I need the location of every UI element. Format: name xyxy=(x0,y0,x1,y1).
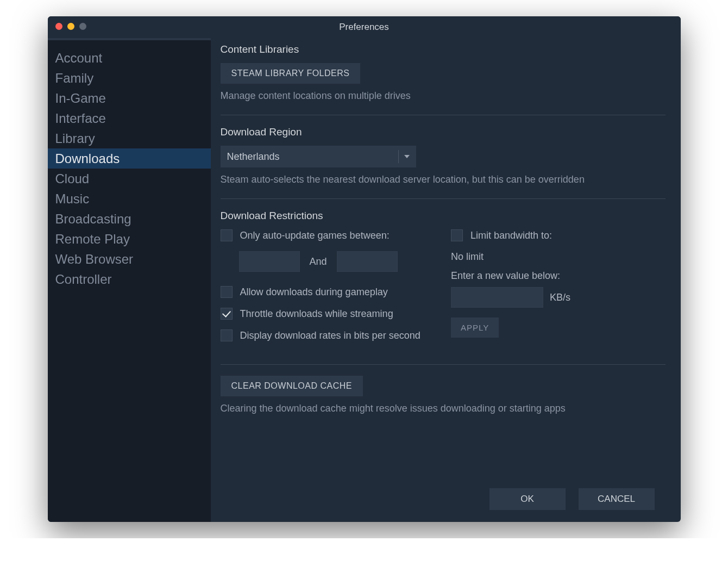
divider xyxy=(221,198,666,199)
apply-button[interactable]: APPLY xyxy=(451,318,499,338)
auto-update-checkbox[interactable] xyxy=(221,229,233,241)
sidebar-item-web-browser[interactable]: Web Browser xyxy=(48,249,211,269)
section-cache: CLEAR DOWNLOAD CACHE Clearing the downlo… xyxy=(221,376,666,427)
display-bits-checkbox[interactable] xyxy=(221,329,233,341)
sidebar: Account Family In-Game Interface Library… xyxy=(48,38,211,522)
cache-help: Clearing the download cache might resolv… xyxy=(221,403,666,414)
download-region-title: Download Region xyxy=(221,126,666,138)
sidebar-item-music[interactable]: Music xyxy=(48,189,211,209)
divider xyxy=(221,364,666,365)
clear-download-cache-button[interactable]: CLEAR DOWNLOAD CACHE xyxy=(221,376,363,396)
sidebar-item-library[interactable]: Library xyxy=(48,128,211,148)
sidebar-item-in-game[interactable]: In-Game xyxy=(48,88,211,108)
limit-bandwidth-row: Limit bandwidth to: xyxy=(451,229,666,241)
bandwidth-input[interactable] xyxy=(451,287,543,308)
window-title: Preferences xyxy=(339,22,389,33)
auto-update-label: Only auto-update games between: xyxy=(240,230,390,241)
allow-gameplay-label: Allow downloads during gameplay xyxy=(240,287,388,298)
sidebar-item-family[interactable]: Family xyxy=(48,68,211,88)
time-to-input[interactable] xyxy=(337,251,398,272)
titlebar: Preferences xyxy=(48,16,681,38)
restrictions-right-col: Limit bandwidth to: No limit Enter a new… xyxy=(451,229,666,351)
footer: OK CANCEL xyxy=(221,478,666,522)
download-region-help: Steam auto-selects the nearest download … xyxy=(221,174,666,185)
minimize-icon[interactable] xyxy=(67,23,74,30)
enter-new-text: Enter a new value below: xyxy=(451,270,666,282)
cancel-button[interactable]: CANCEL xyxy=(579,488,655,510)
download-region-selected: Netherlands xyxy=(227,151,395,163)
throttle-row: Throttle downloads while streaming xyxy=(221,308,435,320)
sidebar-item-remote-play[interactable]: Remote Play xyxy=(48,229,211,249)
section-download-restrictions: Download Restrictions Only auto-update g… xyxy=(221,210,666,364)
main-panel: Content Libraries STEAM LIBRARY FOLDERS … xyxy=(211,38,681,522)
restrictions-left-col: Only auto-update games between: And Allo… xyxy=(221,229,435,351)
and-label: And xyxy=(310,256,327,267)
download-region-select[interactable]: Netherlands xyxy=(221,146,416,167)
allow-gameplay-checkbox[interactable] xyxy=(221,286,233,298)
time-from-input[interactable] xyxy=(239,251,300,272)
limit-bandwidth-label: Limit bandwidth to: xyxy=(470,230,552,241)
no-limit-text: No limit xyxy=(451,251,666,263)
divider xyxy=(221,115,666,115)
steam-library-folders-button[interactable]: STEAM LIBRARY FOLDERS xyxy=(221,63,361,84)
sidebar-item-controller[interactable]: Controller xyxy=(48,269,211,289)
kbs-label: KB/s xyxy=(550,292,570,303)
allow-gameplay-row: Allow downloads during gameplay xyxy=(221,286,435,298)
close-icon[interactable] xyxy=(55,23,62,30)
sidebar-item-broadcasting[interactable]: Broadcasting xyxy=(48,209,211,229)
body: Account Family In-Game Interface Library… xyxy=(48,38,681,522)
preferences-window: Preferences Account Family In-Game Inter… xyxy=(48,16,681,522)
sidebar-item-account[interactable]: Account xyxy=(48,48,211,68)
sidebar-item-cloud[interactable]: Cloud xyxy=(48,169,211,189)
display-bits-row: Display download rates in bits per secon… xyxy=(221,329,435,341)
section-content-libraries: Content Libraries STEAM LIBRARY FOLDERS … xyxy=(221,43,666,115)
limit-bandwidth-checkbox[interactable] xyxy=(451,229,463,241)
throttle-checkbox[interactable] xyxy=(221,308,233,320)
time-range-row: And xyxy=(239,251,435,272)
select-divider xyxy=(398,150,399,163)
throttle-label: Throttle downloads while streaming xyxy=(240,308,393,320)
download-restrictions-title: Download Restrictions xyxy=(221,210,666,222)
window-controls xyxy=(55,23,86,30)
content-libraries-title: Content Libraries xyxy=(221,43,666,55)
sidebar-item-interface[interactable]: Interface xyxy=(48,108,211,128)
ok-button[interactable]: OK xyxy=(489,488,566,510)
content-libraries-help: Manage content locations on multiple dri… xyxy=(221,90,666,102)
sidebar-item-downloads[interactable]: Downloads xyxy=(48,148,211,169)
section-download-region: Download Region Netherlands Steam auto-s… xyxy=(221,126,666,198)
chevron-down-icon xyxy=(404,155,410,158)
auto-update-row: Only auto-update games between: xyxy=(221,229,435,241)
display-bits-label: Display download rates in bits per secon… xyxy=(240,330,421,341)
zoom-icon[interactable] xyxy=(79,23,86,30)
